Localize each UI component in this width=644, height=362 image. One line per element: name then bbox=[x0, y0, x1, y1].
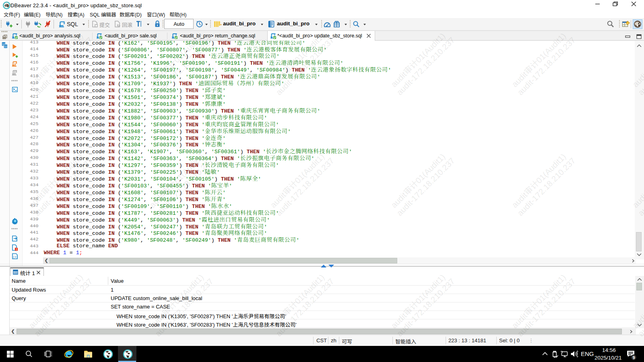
svg-text:9: 9 bbox=[633, 355, 635, 360]
